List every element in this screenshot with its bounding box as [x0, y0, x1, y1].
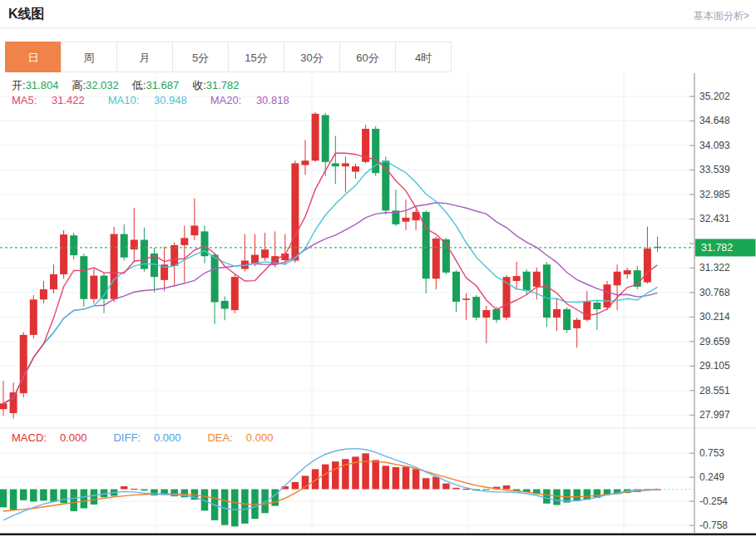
- ma-row: MA5: 31.422MA10: 30.948MA20: 30.818: [12, 94, 313, 106]
- price-axis-label: 32.431: [699, 213, 730, 224]
- candle: [50, 264, 57, 293]
- candle: [403, 200, 410, 230]
- open-value: 31.804: [26, 79, 59, 91]
- diff-line: [3, 449, 658, 520]
- period-tab-30分[interactable]: 30分: [284, 42, 340, 72]
- candle: [593, 301, 600, 330]
- close-value: 31.782: [206, 79, 240, 91]
- candle: [482, 306, 490, 343]
- period-tab-月[interactable]: 月: [116, 42, 173, 72]
- candle: [121, 224, 128, 261]
- candle: [231, 274, 239, 313]
- period-tab-4时[interactable]: 4时: [395, 42, 452, 72]
- chart-bottom-border: [0, 534, 756, 536]
- candle: [312, 112, 319, 162]
- candle: [131, 208, 138, 262]
- period-tab-15分[interactable]: 15分: [228, 42, 284, 72]
- candle: [101, 273, 108, 313]
- high-label: 高:: [72, 79, 86, 91]
- price-axis-label: 33.539: [699, 164, 730, 175]
- price-axis-label: 35.202: [699, 91, 730, 102]
- chart-area: 35.20234.64834.09333.53932.98532.43131.8…: [0, 73, 756, 537]
- ma5-legend: MA5: 31.422: [12, 94, 96, 106]
- candle: [151, 248, 158, 293]
- price-axis-label: 28.551: [699, 385, 730, 397]
- ohlc-row: 开:31.804高:32.032低:31.687收:31.782: [12, 78, 253, 93]
- candle: [201, 225, 209, 263]
- dea-legend: DEA:0.000: [207, 431, 286, 444]
- candlestick-series: [0, 112, 661, 419]
- candle: [553, 298, 561, 331]
- macd-axis-label: 0.249: [699, 471, 724, 483]
- macd-histogram: [0, 453, 661, 526]
- macd-legend: MACD:0.000: [12, 431, 100, 444]
- period-tab-日[interactable]: 日: [5, 42, 62, 72]
- price-axis-label: 31.322: [699, 262, 730, 273]
- period-tab-周[interactable]: 周: [61, 42, 117, 72]
- candle: [251, 234, 259, 267]
- candle: [70, 233, 77, 259]
- current-price-tag-text: 31.782: [701, 242, 733, 254]
- candle: [452, 270, 460, 312]
- candle: [161, 246, 168, 291]
- candle: [10, 382, 17, 418]
- candle: [111, 227, 118, 302]
- low-label: 低:: [132, 79, 146, 91]
- candle: [90, 269, 97, 303]
- candle: [392, 190, 399, 226]
- candle: [563, 308, 571, 333]
- price-axis-label: 29.659: [699, 336, 730, 347]
- candle: [332, 135, 339, 184]
- candle: [30, 295, 37, 338]
- kline-plot[interactable]: 35.20234.64834.09333.53932.98532.43131.8…: [0, 73, 756, 537]
- topbar: K线图 基本面分析>: [0, 0, 756, 28]
- candle: [543, 262, 551, 327]
- low-value: 31.687: [146, 79, 179, 91]
- candle: [583, 291, 590, 322]
- price-axis-label: 34.648: [699, 115, 730, 126]
- candle: [80, 254, 87, 307]
- candle: [261, 233, 269, 261]
- candle: [513, 262, 521, 289]
- macd-axis-label: 0.753: [699, 447, 724, 459]
- fundamental-analysis-link[interactable]: 基本面分析>: [694, 9, 749, 23]
- diff-legend: DIFF:0.000: [113, 431, 194, 444]
- price-axis-label: 30.768: [699, 287, 730, 298]
- candle: [372, 126, 379, 176]
- price-axis-label: 29.105: [699, 360, 730, 372]
- macd-axis-label: -0.758: [699, 520, 728, 531]
- candle: [0, 381, 7, 416]
- candle: [40, 281, 47, 303]
- candle: [60, 230, 67, 279]
- period-tab-5分[interactable]: 5分: [172, 42, 229, 72]
- price-axis-label: 32.985: [699, 189, 730, 200]
- ma20-legend: MA20: 30.818: [210, 94, 301, 106]
- ma10-legend: MA10: 30.948: [108, 94, 199, 106]
- candle: [654, 237, 661, 252]
- high-value: 32.032: [86, 79, 119, 91]
- page-title: K线图: [8, 6, 45, 23]
- candle: [180, 225, 188, 283]
- price-axis-label: 30.214: [699, 311, 730, 323]
- candle: [342, 156, 349, 192]
- candle: [614, 264, 621, 310]
- y-axis: 35.20234.64834.09333.53932.98532.43131.8…: [689, 73, 730, 533]
- candle: [462, 293, 470, 320]
- candle: [141, 228, 148, 272]
- period-tab-60分[interactable]: 60分: [339, 42, 396, 72]
- candle: [472, 295, 480, 320]
- period-tabbar: 日周月5分15分30分60分4时: [6, 42, 452, 72]
- close-label: 收:: [192, 79, 206, 91]
- candle: [573, 318, 581, 347]
- macd-row: MACD:0.000DIFF:0.000DEA:0.000: [12, 431, 299, 444]
- open-label: 开:: [12, 79, 26, 91]
- price-axis-label: 27.997: [699, 409, 730, 421]
- candle: [624, 268, 631, 278]
- candle: [352, 164, 359, 179]
- candle: [20, 333, 27, 397]
- macd-axis-label: -0.254: [699, 495, 728, 507]
- candle: [211, 253, 219, 324]
- ma20-line: [3, 203, 658, 403]
- candle: [432, 237, 440, 289]
- price-axis-label: 34.093: [699, 140, 730, 151]
